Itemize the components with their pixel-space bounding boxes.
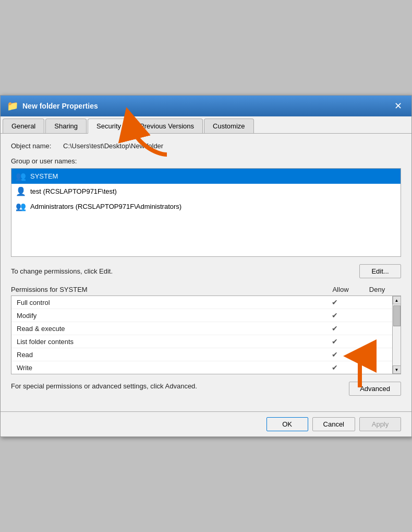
perm-allow-read: ✔ <box>314 350 356 359</box>
edit-row: To change permissions, click Edit. Edit.… <box>11 264 401 278</box>
allow-header: Allow <box>320 286 361 293</box>
perm-name-read-execute: Read & execute <box>17 325 314 333</box>
advanced-button[interactable]: Advanced <box>349 382 401 396</box>
perm-allow-write: ✔ <box>314 363 356 372</box>
perm-name-read: Read <box>17 351 314 359</box>
perm-row-full-control: Full control ✔ <box>11 296 392 309</box>
user-item-administrators[interactable]: 👥 Administrators (RCSLAPTOP971F\Administ… <box>11 199 401 214</box>
object-name-value: C:\Users\test\Desktop\New folder <box>63 142 163 150</box>
permissions-table: Full control ✔ Modify ✔ Read & execute ✔ <box>11 295 401 374</box>
tab-previous-versions[interactable]: Previous Versions <box>131 119 203 133</box>
perm-name-full-control: Full control <box>17 299 314 306</box>
perm-row-list-folder: List folder contents ✔ <box>11 335 392 348</box>
admin-icon: 👥 <box>16 202 26 211</box>
perm-name-write: Write <box>17 364 314 372</box>
deny-header: Deny <box>361 286 393 293</box>
user-item-system[interactable]: 👥 SYSTEM <box>11 169 401 184</box>
permissions-header: Permissions for SYSTEM Allow Deny <box>11 286 401 293</box>
close-button[interactable]: ✕ <box>391 99 405 113</box>
tab-security[interactable]: Security <box>88 119 130 134</box>
permissions-rows: Full control ✔ Modify ✔ Read & execute ✔ <box>11 296 392 374</box>
properties-dialog: 📁 New folder Properties ✕ General Sharin… <box>0 95 412 437</box>
edit-button[interactable]: Edit... <box>359 264 401 278</box>
cancel-button[interactable]: Cancel <box>312 417 355 431</box>
permissions-scrollbar[interactable]: ▲ ▼ <box>392 296 401 374</box>
user-list[interactable]: 👥 SYSTEM 👤 test (RCSLAPTOP971F\test) 👥 A… <box>11 168 401 257</box>
permissions-title: Permissions for SYSTEM <box>11 286 320 293</box>
tab-sharing[interactable]: Sharing <box>45 119 87 133</box>
scroll-down-button[interactable]: ▼ <box>393 365 401 374</box>
perm-allow-list-folder: ✔ <box>314 337 356 346</box>
advanced-row: For special permissions or advanced sett… <box>11 382 401 396</box>
tab-bar: General Sharing Security Previous Versio… <box>1 116 411 134</box>
group-section-title: Group or user names: <box>11 157 401 165</box>
perm-row-read-execute: Read & execute ✔ <box>11 322 392 335</box>
tab-general[interactable]: General <box>3 119 44 133</box>
user-item-test[interactable]: 👤 test (RCSLAPTOP971F\test) <box>11 184 401 199</box>
perm-name-modify: Modify <box>17 312 314 320</box>
bottom-bar: OK Cancel Apply <box>1 411 411 436</box>
perm-allow-read-execute: ✔ <box>314 324 356 333</box>
object-name-row: Object name: C:\Users\test\Desktop\New f… <box>11 142 401 150</box>
tab-content: Object name: C:\Users\test\Desktop\New f… <box>1 134 411 411</box>
system-icon: 👥 <box>16 171 26 181</box>
folder-icon: 📁 <box>7 100 18 112</box>
perm-row-read: Read ✔ <box>11 348 392 361</box>
perm-allow-modify: ✔ <box>314 311 356 320</box>
apply-button[interactable]: Apply <box>359 417 401 431</box>
admin-name: Administrators (RCSLAPTOP971F\Administra… <box>30 203 181 210</box>
title-bar: 📁 New folder Properties ✕ <box>1 96 411 116</box>
advanced-instructions: For special permissions or advanced sett… <box>11 382 338 391</box>
perm-row-write: Write ✔ <box>11 361 392 374</box>
scroll-thumb[interactable] <box>393 305 401 326</box>
test-name: test (RCSLAPTOP971F\test) <box>30 187 117 195</box>
window-title: New folder Properties <box>22 102 98 110</box>
perm-name-list-folder: List folder contents <box>17 338 314 346</box>
ok-button[interactable]: OK <box>266 417 308 431</box>
test-icon: 👤 <box>16 186 26 196</box>
object-name-label: Object name: <box>11 142 63 150</box>
perm-allow-full-control: ✔ <box>314 298 356 306</box>
perm-row-modify: Modify ✔ <box>11 309 392 322</box>
edit-instructions: To change permissions, click Edit. <box>11 267 113 275</box>
system-name: SYSTEM <box>30 172 58 180</box>
scroll-up-button[interactable]: ▲ <box>393 296 401 304</box>
tab-customize[interactable]: Customize <box>204 119 253 133</box>
